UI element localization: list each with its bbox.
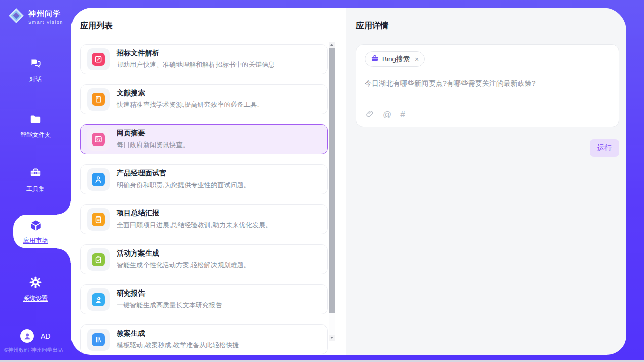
doc-edit-icon: [92, 53, 105, 66]
app-icon-frame: [87, 168, 110, 191]
run-button[interactable]: 运行: [590, 139, 619, 157]
scrollbar-thumb[interactable]: [329, 48, 335, 313]
app-detail-panel: 应用详情 Bing搜索 × 今日湖北有哪些新闻要点?有哪些需要关注的最新政策?: [346, 8, 626, 355]
app-list: 招标文件解析 帮助用户快速、准确地理解和解析招标书中的关键信息 文献搜索 快速精…: [80, 44, 328, 354]
microscope-icon: [92, 293, 105, 306]
app-icon-frame: [87, 329, 110, 351]
app-desc: 智能生成个性化活动方案,轻松解决规划难题。: [117, 261, 251, 270]
gear-icon: [29, 282, 42, 291]
app-desc: 一键智能生成高质量长文本研究报告: [117, 301, 222, 310]
browser-code-icon: [92, 133, 105, 146]
sidebar: 神州问学 Smart Vision 对话 智能文件夹: [0, 0, 71, 360]
main-content: 应用列表 招标文件解析 帮助用户快速、准确地理解和解析招标书中的关键信息: [71, 8, 626, 355]
logo-subtitle: Smart Vision: [28, 20, 63, 25]
briefcase-icon: [371, 54, 379, 64]
sidebar-item-label: 应用市场: [23, 236, 48, 245]
app-card-project-summary[interactable]: 项目总结汇报 全面回顾项目进展,总结经验教训,助力未来优化发展。: [80, 204, 328, 234]
app-list-scrollbar: [329, 42, 335, 341]
avatar: [20, 329, 34, 343]
toolbox-icon: [29, 172, 42, 181]
app-desc: 模板驱动,教案秒成,教学准备从此轻松快捷: [117, 341, 239, 350]
chat-icon: [29, 63, 42, 71]
sidebar-item-settings[interactable]: 系统设置: [0, 276, 71, 303]
scroll-down-button[interactable]: [329, 335, 335, 341]
app-detail-title: 应用详情: [356, 21, 619, 31]
app-desc: 帮助用户快速、准确地理解和解析招标书中的关键信息: [117, 60, 275, 69]
sidebar-item-label: 系统设置: [0, 294, 71, 303]
app-title: 研究报告: [117, 289, 222, 298]
app-list-panel: 应用列表 招标文件解析 帮助用户快速、准确地理解和解析招标书中的关键信息: [71, 8, 346, 355]
remove-tag-icon[interactable]: ×: [415, 56, 419, 63]
books-icon: [92, 333, 105, 346]
app-card-pm-interviewer[interactable]: 产品经理面试官 明确身份和职责,为您提供专业性的面试问题。: [80, 164, 328, 194]
cube-icon: [29, 219, 43, 234]
app-list-title: 应用列表: [80, 21, 346, 31]
sidebar-item-smart-folder[interactable]: 智能文件夹: [0, 113, 71, 139]
sidebar-item-chat[interactable]: 对话: [0, 57, 71, 84]
clipboard-check-icon: [92, 253, 105, 266]
book-icon: [92, 93, 105, 106]
app-logo: 神州问学 Smart Vision: [8, 8, 63, 26]
folder-icon: [29, 119, 42, 127]
person-icon: [92, 173, 105, 186]
diamond-logo-icon: [8, 8, 24, 26]
app-card-research-report[interactable]: 研究报告 一键智能生成高质量长文本研究报告: [80, 284, 328, 314]
query-text[interactable]: 今日湖北有哪些新闻要点?有哪些需要关注的最新政策?: [365, 79, 611, 88]
sidebar-item-app-market[interactable]: 应用市场: [13, 215, 71, 248]
app-icon-frame: [87, 288, 110, 311]
app-title: 网页摘要: [117, 129, 189, 138]
app-title: 活动方案生成: [117, 249, 251, 258]
scroll-up-button[interactable]: [329, 42, 335, 48]
app-icon-frame: [87, 208, 110, 231]
app-icon-frame: [87, 128, 110, 151]
app-desc: 每日政府新闻资讯快查。: [117, 140, 189, 150]
app-icon-frame: [87, 248, 110, 271]
attachment-icon[interactable]: [365, 109, 374, 120]
app-title: 教案生成: [117, 329, 239, 338]
sidebar-item-label: 工具集: [0, 185, 71, 193]
app-title: 文献搜索: [117, 89, 264, 98]
app-icon-frame: [87, 48, 110, 70]
sidebar-item-label: 智能文件夹: [0, 131, 71, 139]
app-desc: 全面回顾项目进展,总结经验教训,助力未来优化发展。: [117, 221, 272, 230]
app-title: 项目总结汇报: [117, 209, 272, 218]
tool-tag-label: Bing搜索: [382, 55, 410, 64]
app-desc: 明确身份和职责,为您提供专业性的面试问题。: [117, 180, 251, 190]
prompt-composer[interactable]: Bing搜索 × 今日湖北有哪些新闻要点?有哪些需要关注的最新政策? @ #: [356, 44, 619, 127]
app-title: 招标文件解析: [117, 49, 275, 58]
sidebar-item-toolset[interactable]: 工具集: [0, 166, 71, 193]
app-card-event-plan[interactable]: 活动方案生成 智能生成个性化活动方案,轻松解决规划难题。: [80, 244, 328, 274]
clipboard-icon: [92, 213, 105, 226]
composer-toolbar: @ #: [365, 109, 405, 120]
app-icon-frame: [87, 88, 110, 111]
tool-tag-bing-search[interactable]: Bing搜索 ×: [365, 51, 425, 67]
user-name: AD: [41, 332, 50, 340]
user-account[interactable]: AD: [20, 329, 50, 343]
app-title: 产品经理面试官: [117, 169, 251, 178]
app-card-bid-parse[interactable]: 招标文件解析 帮助用户快速、准确地理解和解析招标书中的关键信息: [80, 44, 328, 74]
logo-title: 神州问学: [28, 9, 61, 18]
sidebar-item-label: 对话: [0, 75, 71, 84]
app-desc: 快速精准查找学术资源,提高研究效率的必备工具。: [117, 100, 264, 110]
app-card-literature-search[interactable]: 文献搜索 快速精准查找学术资源,提高研究效率的必备工具。: [80, 84, 328, 114]
app-card-web-summary[interactable]: 网页摘要 每日政府新闻资讯快查。: [80, 124, 328, 154]
copyright-text: ©神州数码·神州问学出品: [4, 347, 63, 354]
app-card-lesson-plan[interactable]: 教案生成 模板驱动,教案秒成,教学准备从此轻松快捷: [80, 324, 328, 354]
hashtag-icon[interactable]: #: [400, 110, 405, 120]
mention-icon[interactable]: @: [383, 110, 391, 120]
